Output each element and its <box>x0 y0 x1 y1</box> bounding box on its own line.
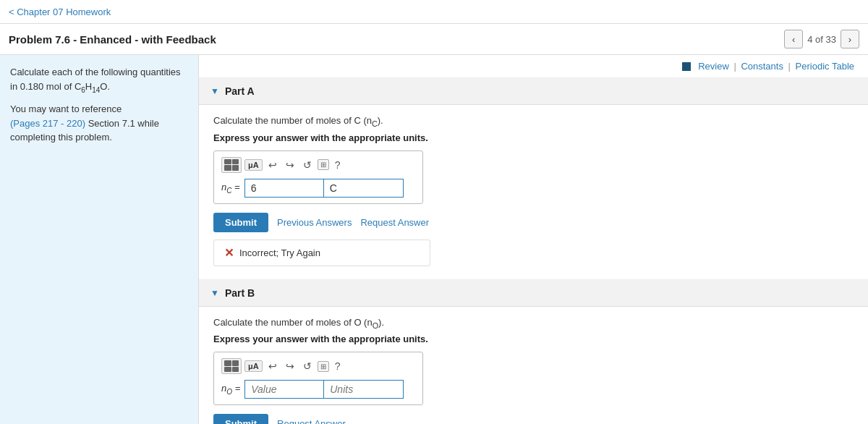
part-b-arrow-icon: ▼ <box>210 288 219 298</box>
part-a-kbd-btn[interactable]: ⊞ <box>318 159 329 170</box>
part-a-body: Calculate the number of moles of C (nC).… <box>199 105 868 279</box>
pagination-controls: ‹ 4 of 33 › <box>784 30 859 48</box>
top-links-bar: Review | Constants | Periodic Table <box>199 55 868 78</box>
back-nav-link[interactable]: < Chapter 07 Homework <box>9 7 111 17</box>
separator-1: | <box>733 61 739 72</box>
part-a-header[interactable]: ▼ Part A <box>199 78 868 105</box>
part-b-redo-btn[interactable]: ↪ <box>283 359 297 373</box>
part-a-arrow-icon: ▼ <box>210 86 219 96</box>
part-a-previous-answers-link[interactable]: Previous Answers <box>277 217 352 228</box>
part-a-label: Part A <box>225 85 255 97</box>
part-a-refresh-btn[interactable]: ↺ <box>300 158 315 172</box>
part-b-undo-btn[interactable]: ↩ <box>265 359 280 373</box>
sidebar-ref-link[interactable]: (Pages 217 - 220) <box>10 118 85 129</box>
sidebar-ref-intro: You may want to reference <box>10 103 122 114</box>
page-title: Problem 7.6 - Enhanced - with Feedback <box>9 33 216 46</box>
part-b-request-answer-link[interactable]: Request Answer <box>277 418 346 424</box>
part-b-express-label: Express your answer with the appropriate… <box>213 334 854 344</box>
part-b-label: Part B <box>225 287 255 299</box>
part-a-grid-btn[interactable] <box>221 157 242 173</box>
part-a-undo-btn[interactable]: ↩ <box>265 158 280 172</box>
part-a-toolbar: μA ↩ ↪ ↺ ⊞ ? <box>221 157 415 173</box>
part-a-express-label: Express your answer with the appropriate… <box>213 132 854 143</box>
part-b-grid-btn[interactable] <box>221 358 242 374</box>
part-a-redo-btn[interactable]: ↪ <box>283 158 297 172</box>
part-b-toolbar: μA ↩ ↪ ↺ ⊞ ? <box>221 358 415 374</box>
part-b-units-input[interactable] <box>324 380 404 399</box>
part-a-incorrect-icon: ✕ <box>224 246 234 260</box>
separator-2: | <box>788 61 793 72</box>
part-a-request-answer-link[interactable]: Request Answer <box>360 217 429 228</box>
pagination-prev-button[interactable]: ‹ <box>784 30 803 48</box>
part-a-input-box: μA ↩ ↪ ↺ ⊞ ? nC = <box>213 150 423 204</box>
part-b-value-input[interactable] <box>244 380 324 399</box>
part-b-answer-row: nO = <box>221 380 415 399</box>
review-icon <box>682 62 691 71</box>
part-b-answer-label: nO = <box>221 383 240 396</box>
part-b-section: ▼ Part B Calculate the number of moles o… <box>199 280 868 424</box>
part-b-submit-button[interactable]: Submit <box>213 414 268 424</box>
part-b-question: Calculate the number of moles of O (nO). <box>213 317 854 330</box>
review-link[interactable]: Review <box>698 61 729 72</box>
sidebar: Calculate each of the following quantiti… <box>0 55 199 424</box>
sidebar-intro: Calculate each of the following quantiti… <box>10 67 181 92</box>
part-a-submit-button[interactable]: Submit <box>213 213 268 232</box>
pagination-next-button[interactable]: › <box>841 30 859 48</box>
constants-link[interactable]: Constants <box>741 61 783 72</box>
part-a-feedback-box: ✕ Incorrect; Try Again <box>213 239 430 266</box>
part-a-value-input[interactable] <box>244 179 324 198</box>
part-a-units-input[interactable] <box>324 179 404 198</box>
part-a-help-btn[interactable]: ? <box>332 158 344 172</box>
part-a-action-row: Submit Previous Answers Request Answer <box>213 213 854 232</box>
pagination-text: 4 of 33 <box>807 34 836 45</box>
part-a-section: ▼ Part A Calculate the number of moles o… <box>199 78 868 280</box>
part-b-action-row: Submit Request Answer <box>213 414 854 424</box>
part-b-kbd-btn[interactable]: ⊞ <box>318 361 329 372</box>
part-a-answer-label: nC = <box>221 182 240 195</box>
part-b-header[interactable]: ▼ Part B <box>199 280 868 307</box>
part-a-answer-row: nC = <box>221 179 415 198</box>
part-b-mu-btn[interactable]: μA <box>244 360 263 372</box>
content-area: Review | Constants | Periodic Table ▼ Pa… <box>199 55 868 424</box>
part-b-body: Calculate the number of moles of O (nO).… <box>199 307 868 424</box>
periodic-table-link[interactable]: Periodic Table <box>796 61 854 72</box>
part-b-input-box: μA ↩ ↪ ↺ ⊞ ? nO = <box>213 352 423 405</box>
part-a-feedback-text: Incorrect; Try Again <box>239 247 320 258</box>
part-b-refresh-btn[interactable]: ↺ <box>300 359 315 373</box>
part-b-help-btn[interactable]: ? <box>332 359 344 373</box>
part-a-question: Calculate the number of moles of C (nC). <box>213 115 854 128</box>
part-a-mu-btn[interactable]: μA <box>244 159 263 171</box>
